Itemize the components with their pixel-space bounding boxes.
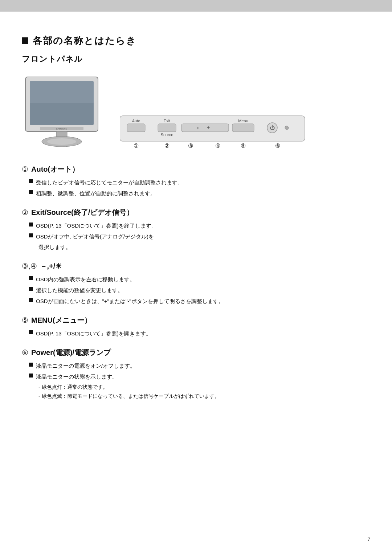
main-title: 各部の名称とはたらき (33, 33, 136, 49)
bullet-square-icon (29, 276, 33, 280)
exit-bullet-2-cont: 選択します。 (38, 242, 370, 252)
svg-text:②: ② (164, 143, 170, 149)
sub-title: フロントパネル (22, 52, 370, 66)
power-bullet-2: 液晶モニターの状態を示します。 (29, 372, 370, 381)
svg-text:✦: ✦ (196, 126, 200, 131)
bullet-square-icon (29, 190, 33, 194)
section-auto-title: ① Auto(オート） (22, 163, 370, 175)
exit-bullet-2: OSDがオフ中, ビデオ信号(アナログ/デジタル)を (29, 232, 370, 241)
auto-bullet-2: 粗調整、微調整、位置が自動的に調整されます。 (29, 188, 370, 198)
bullet-square-icon (29, 298, 33, 302)
power-sub-1: 緑色点灯：通常の状態です。 (38, 383, 370, 392)
section-brightness-title: ③,④ －,+/☀ (22, 260, 370, 272)
bullet-square-icon (29, 330, 33, 334)
svg-text:—: — (184, 125, 189, 130)
brightness-bullet-3: OSDが画面にないときは、"+"または"-"ボタンを押して明るさを調整します。 (29, 296, 370, 306)
section-auto: ① Auto(オート） 受信したビデオ信号に応じてモニターが自動調整されます。 … (22, 163, 370, 198)
svg-rect-19 (232, 124, 254, 132)
section-menu: ⑤ MENU(メニュー） OSD(P. 13「OSDについて」参照)を開きます。 (22, 314, 370, 338)
bullet-square-icon (29, 287, 33, 291)
bullet-square-icon (29, 233, 33, 237)
monitor-image: SAMSUNG (22, 73, 109, 152)
bullet-square-icon (29, 363, 33, 367)
svg-text:④: ④ (215, 143, 220, 149)
section-exit-title: ② Exit/Source(終了/ビデオ信号） (22, 206, 370, 219)
svg-text:①: ① (134, 143, 139, 149)
svg-rect-12 (158, 124, 176, 132)
circle-num-2: ② (22, 206, 28, 219)
svg-rect-2 (30, 81, 94, 103)
bullet-square-icon (29, 179, 33, 183)
page-number: 7 (367, 535, 370, 544)
circle-num-34: ③,④ (22, 260, 37, 272)
top-bar (0, 0, 392, 12)
svg-text:+: + (207, 125, 210, 130)
svg-point-22 (285, 126, 289, 130)
svg-text:⏻: ⏻ (270, 125, 275, 131)
bullet-square-icon (29, 223, 33, 227)
power-bullet-1: 液晶モニターの電源をオン/オフします。 (29, 361, 370, 371)
section-exit-source: ② Exit/Source(終了/ビデオ信号） OSD(P. 13「OSDについ… (22, 206, 370, 252)
control-panel: Auto Exit Source — ✦ + Menu ⏻ (120, 109, 370, 152)
heading-square-icon (22, 37, 28, 44)
svg-point-7 (47, 138, 76, 145)
circle-num-1: ① (22, 163, 28, 175)
section-menu-title: ⑤ MENU(メニュー） (22, 314, 370, 326)
menu-bullet-1: OSD(P. 13「OSDについて」参照)を開きます。 (29, 328, 370, 338)
brightness-bullet-1: OSD内の強調表示を左右に移動します。 (29, 274, 370, 284)
circle-num-5: ⑤ (22, 314, 28, 326)
svg-text:SAMSUNG: SAMSUNG (56, 128, 68, 130)
svg-text:⑤: ⑤ (241, 143, 246, 149)
exit-bullet-1: OSD(P. 13「OSDについて」参照)を終了します。 (29, 221, 370, 230)
brightness-bullet-2: 選択した機能の数値を変更します。 (29, 285, 370, 295)
monitor-illustration-area: SAMSUNG Auto Exit Source (22, 73, 370, 152)
auto-bullet-1: 受信したビデオ信号に応じてモニターが自動調整されます。 (29, 177, 370, 187)
svg-text:Auto: Auto (132, 119, 140, 123)
circle-num-6: ⑥ (22, 346, 28, 359)
svg-text:Source: Source (161, 132, 173, 137)
svg-text:Menu: Menu (238, 119, 248, 123)
section-power-title: ⑥ Power(電源)/電源ランプ (22, 346, 370, 359)
svg-text:⑥: ⑥ (275, 143, 280, 149)
section-brightness: ③,④ －,+/☀ OSD内の強調表示を左右に移動します。 選択した機能の数値を… (22, 260, 370, 306)
svg-rect-10 (127, 124, 145, 132)
svg-text:Exit: Exit (164, 119, 170, 123)
power-sub-2: 緑色点滅：節電モードになっている、または信号ケーブルがはずれています。 (38, 392, 370, 401)
bullet-square-icon (29, 374, 33, 378)
main-section-heading: 各部の名称とはたらき (22, 33, 370, 49)
section-power: ⑥ Power(電源)/電源ランプ 液晶モニターの電源をオン/オフします。 液晶… (22, 346, 370, 401)
svg-text:③: ③ (188, 143, 193, 149)
